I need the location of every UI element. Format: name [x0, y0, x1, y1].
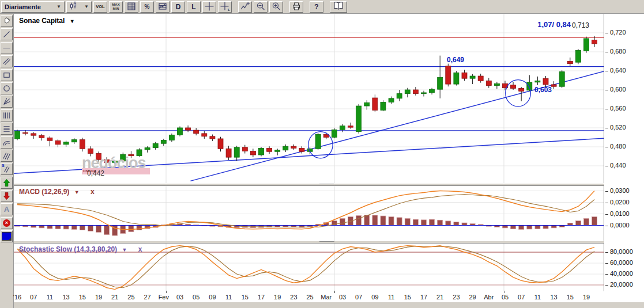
zoom-in-button[interactable]: [269, 1, 283, 13]
text-annotation-tool[interactable]: A: [1, 203, 13, 215]
vertical-lines-icon: [2, 111, 11, 120]
y-axis-label: 0,480: [610, 143, 626, 150]
hand-icon: [2, 16, 11, 26]
gann-fan-tool[interactable]: [1, 96, 13, 108]
macd-title[interactable]: MACD (12,26,9) ▼ x: [19, 188, 95, 196]
indicator-window-button[interactable]: [156, 1, 170, 13]
rectangle-tool[interactable]: [1, 69, 13, 81]
x-axis-label: 09: [366, 294, 384, 301]
caret-down-icon: ▼: [57, 4, 61, 9]
x-axis-label: 07: [349, 294, 368, 301]
x-axis-label: 25: [122, 294, 140, 301]
x-axis-label: 05: [496, 294, 514, 301]
caret-down-icon: ▼: [84, 4, 89, 9]
pan-hand-tool[interactable]: [1, 15, 13, 27]
x-axis-label: 21: [106, 294, 124, 301]
price-pane[interactable]: negócios ONLINE: [14, 14, 604, 184]
speed-resistance-lines-tool[interactable]: S: [1, 163, 13, 175]
zoom-out-button[interactable]: [254, 1, 268, 13]
color-picker-tool[interactable]: [1, 230, 13, 242]
ellipse-icon: [2, 84, 11, 93]
x-axis-label: 11: [382, 294, 401, 301]
x-axis-tick: [334, 291, 335, 293]
x-axis: '160711131519212527Fev030509111517192325…: [14, 291, 604, 302]
main-toolbar: Diariamente ▼ ▼ VOL MAXMIN %: [0, 0, 644, 14]
parallel-lines-tool[interactable]: [1, 55, 13, 67]
percent-scale-button[interactable]: %: [140, 1, 154, 13]
trend-line-tool[interactable]: [1, 28, 13, 40]
x-axis-label: 23: [447, 294, 465, 301]
maxmin-button[interactable]: MAXMIN: [109, 1, 123, 13]
x-axis-label: 07: [24, 294, 43, 301]
speed-lines-tool[interactable]: [1, 150, 13, 162]
x-axis-label: Mar: [317, 294, 336, 301]
horizontal-lines-icon: [2, 124, 11, 133]
daily-button[interactable]: D: [171, 1, 185, 13]
low-price-annotation: 0,442: [87, 169, 104, 177]
pages-button[interactable]: [330, 1, 347, 13]
y-axis-label: 20,0000: [610, 281, 633, 288]
volume-button[interactable]: VOL: [93, 1, 107, 13]
caret-down-icon: ▼: [122, 247, 127, 253]
symbol-title[interactable]: Sonae Capital ▼: [19, 17, 75, 25]
ellipse-tool[interactable]: [1, 82, 13, 94]
stochastic-close-button[interactable]: x: [138, 245, 142, 253]
x-axis-label: 17: [415, 294, 433, 301]
grid-icon: [127, 2, 136, 12]
y-axis-label: 80,0000: [610, 248, 633, 255]
period-select-value: Diariamente: [5, 3, 41, 10]
text-tool-icon: A: [4, 206, 9, 213]
y-axis-gutter: 0,7200,6800,6400,6000,5600,5200,4800,440…: [604, 14, 644, 302]
drawing-tools-sidebar: S A ×: [0, 14, 14, 308]
arrow-up-marker-tool[interactable]: [1, 177, 13, 189]
x-axis-label: 17: [252, 294, 270, 301]
x-axis-label: 07: [512, 294, 530, 301]
grid-toggle-button[interactable]: [125, 1, 138, 13]
crosshair-button[interactable]: [202, 1, 216, 13]
help-button[interactable]: ?: [310, 1, 323, 13]
arc-icon: [2, 138, 11, 147]
add-study-button[interactable]: [238, 1, 252, 13]
period-select[interactable]: Diariamente ▼: [1, 1, 65, 13]
x-axis-tick: [166, 291, 167, 293]
print-button[interactable]: [289, 1, 303, 13]
y-axis-label: 0,0100: [610, 210, 630, 217]
y-axis-label: 0,560: [610, 105, 626, 112]
x-axis-label: 09: [203, 294, 221, 301]
y-axis-label: 0,640: [610, 67, 626, 74]
caret-down-icon: ▼: [74, 189, 80, 195]
candlestick-icon: [69, 1, 78, 13]
horizontal-line-tool[interactable]: [1, 42, 13, 54]
color-swatch-icon: [2, 232, 12, 241]
delete-icon: ×: [3, 219, 10, 227]
macd-chart-canvas[interactable]: [14, 186, 604, 241]
x-axis-label: 21: [431, 294, 449, 301]
arrow-down-icon: [2, 192, 11, 200]
fibonacci-time-zones-tool[interactable]: [1, 109, 13, 121]
speed-lines-icon: [2, 151, 11, 160]
x-axis-label: 15: [236, 294, 254, 301]
arrow-down-marker-tool[interactable]: [1, 190, 13, 202]
trend-level-annotation: 0,603: [534, 86, 552, 94]
resistance-level-annotation: 0,649: [447, 56, 464, 64]
crosshair-icon: [205, 2, 214, 12]
horizontal-line-icon: [2, 44, 11, 52]
y-axis-label: 40,0000: [610, 270, 633, 277]
fan-lines-icon: [2, 97, 11, 106]
fibonacci-arc-tool[interactable]: [1, 136, 13, 149]
y-axis-label: 60,0000: [610, 259, 633, 266]
y-axis-label: 0,0300: [610, 187, 630, 194]
macd-close-button[interactable]: x: [91, 188, 95, 196]
crosshair-label-button[interactable]: L: [218, 1, 232, 13]
x-axis-label: 13: [545, 294, 563, 301]
delete-drawing-tool[interactable]: ×: [1, 217, 13, 229]
log-scale-button[interactable]: L: [187, 1, 201, 13]
x-axis-label: 13: [57, 294, 76, 301]
fibonacci-retracement-tool[interactable]: [1, 123, 13, 135]
y-axis-label: 0,0000: [610, 222, 630, 229]
stochastic-title[interactable]: Stochastic Slow (14,3,3,80,20) ▼ x: [19, 245, 142, 253]
macd-pane[interactable]: [14, 186, 604, 241]
x-axis-tick: [504, 291, 504, 293]
chart-type-select[interactable]: ▼: [66, 1, 92, 13]
x-axis-label: 03: [333, 294, 352, 301]
